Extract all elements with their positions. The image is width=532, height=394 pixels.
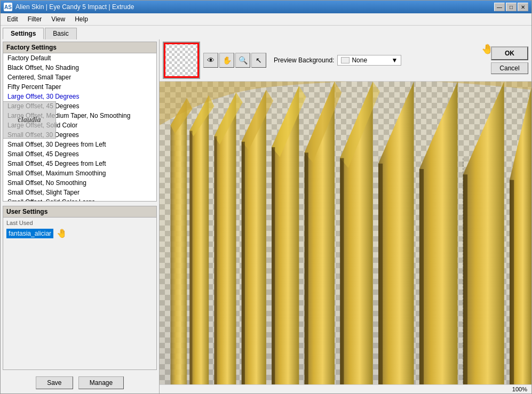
user-settings-section: User Settings Last Used fantasia_aliciar…: [3, 206, 157, 370]
svg-rect-28: [510, 180, 514, 385]
svg-rect-11: [242, 142, 245, 384]
window-title: Alien Skin | Eye Candy 5 Impact | Extrud…: [15, 3, 134, 11]
tool-icons: 👁 ✋ 🔍 ↖: [203, 53, 266, 68]
maximize-button[interactable]: □: [506, 3, 517, 11]
list-item[interactable]: Factory Default: [3, 53, 156, 63]
right-panel: 👁 ✋ 🔍 ↖ Preview Background:: [160, 39, 531, 393]
window-controls[interactable]: — □ ✕: [494, 3, 528, 11]
list-item[interactable]: Small Offset, 45 Degrees: [3, 149, 156, 159]
selected-item-row: fantasia_aliciar 🤚: [6, 228, 153, 238]
svg-rect-5: [189, 131, 192, 384]
ok-hand-icon: 🤚: [481, 43, 493, 55]
extrude-preview-svg: [160, 82, 531, 384]
preview-area: [160, 82, 531, 384]
svg-rect-26: [463, 174, 467, 384]
thumbnail-red-border: [164, 43, 199, 78]
svg-rect-22: [378, 164, 383, 384]
user-settings-header: User Settings: [3, 206, 156, 218]
minimize-button[interactable]: —: [494, 3, 505, 11]
menu-help[interactable]: Help: [70, 14, 92, 24]
preview-canvas: [160, 82, 531, 384]
title-bar: AS Alien Skin | Eye Candy 5 Impact | Ext…: [1, 1, 531, 13]
menu-filter[interactable]: Filter: [23, 14, 46, 24]
list-item[interactable]: Fifty Percent Taper: [3, 82, 156, 92]
zoom-icon: 🔍: [239, 56, 248, 65]
hand-tool-icon: ✋: [223, 56, 232, 65]
preview-bg-select[interactable]: None ▼: [337, 55, 401, 66]
eye-icon: 👁: [207, 56, 215, 65]
save-button[interactable]: Save: [36, 376, 73, 389]
preview-thumbnail: [163, 42, 200, 79]
tab-basic[interactable]: Basic: [45, 28, 76, 39]
manage-button[interactable]: Manage: [78, 376, 124, 389]
close-button[interactable]: ✕: [518, 3, 528, 11]
menu-view[interactable]: View: [47, 14, 69, 24]
list-item[interactable]: Black Offset, No Shading: [3, 63, 156, 73]
menu-bar: Edit Filter View Help: [1, 13, 531, 26]
watermark-thumbnail: claudia: [3, 101, 56, 139]
zoom-tool-button[interactable]: 🔍: [235, 53, 250, 68]
ok-button[interactable]: OK 🤚: [491, 46, 528, 60]
arrow-icon: ↖: [256, 56, 262, 65]
preview-bg-value: None: [352, 57, 367, 64]
list-item[interactable]: Small Offset, Slight Taper: [3, 188, 156, 197]
list-item[interactable]: Centered, Small Taper: [3, 73, 156, 82]
ok-label: OK: [505, 50, 514, 57]
arrow-tool-button[interactable]: ↖: [251, 53, 266, 68]
svg-marker-1: [171, 98, 187, 384]
bottom-buttons: Save Manage: [1, 372, 159, 393]
svg-rect-24: [419, 169, 424, 384]
list-item[interactable]: Small Offset, 45 Degrees from Left: [3, 159, 156, 168]
user-settings-body: Last Used fantasia_aliciar 🤚: [3, 218, 156, 369]
tabs-bar: Settings Basic: [1, 26, 531, 39]
content-area: Factory Settings Factory Default Black O…: [1, 39, 531, 393]
last-used-label: Last Used: [6, 220, 153, 226]
status-bar: 100%: [160, 384, 531, 393]
left-panel: Factory Settings Factory Default Black O…: [1, 39, 160, 393]
top-toolbar: 👁 ✋ 🔍 ↖ Preview Background:: [160, 39, 531, 82]
main-window: AS Alien Skin | Eye Candy 5 Impact | Ext…: [0, 0, 532, 394]
svg-rect-8: [215, 136, 217, 385]
app-icon: AS: [4, 3, 12, 11]
menu-edit[interactable]: Edit: [3, 14, 22, 24]
zoom-level: 100%: [512, 386, 527, 392]
svg-rect-17: [305, 152, 308, 384]
selected-user-setting[interactable]: fantasia_aliciar: [6, 229, 53, 238]
factory-settings-header: Factory Settings: [3, 42, 156, 53]
list-item[interactable]: Small Offset, Maximum Smoothing: [3, 168, 156, 178]
hand-tool-button[interactable]: ✋: [219, 53, 234, 68]
cancel-button[interactable]: Cancel: [491, 62, 528, 74]
hand-pointer-icon: 🤚: [57, 228, 67, 238]
preview-bg-label: Preview Background:: [274, 57, 334, 64]
title-bar-left: AS Alien Skin | Eye Candy 5 Impact | Ext…: [4, 3, 134, 11]
svg-marker-3: [189, 95, 209, 384]
ok-cancel-area: OK 🤚 Cancel: [491, 46, 528, 74]
dropdown-arrow-icon: ▼: [392, 57, 398, 64]
eye-tool-button[interactable]: 👁: [203, 53, 218, 68]
svg-rect-14: [272, 147, 275, 384]
bg-color-swatch: [341, 57, 350, 63]
svg-rect-20: [340, 158, 344, 385]
list-item[interactable]: Large Offset, 30 Degrees: [3, 92, 156, 101]
list-item[interactable]: Small Offset, 30 Degrees from Left: [3, 140, 156, 149]
factory-settings-section: Factory Settings Factory Default Black O…: [3, 42, 157, 202]
tab-settings[interactable]: Settings: [3, 28, 44, 39]
list-item[interactable]: Small Offset, No Smoothing: [3, 178, 156, 188]
list-item[interactable]: Small Offset, Solid Color Large: [3, 197, 156, 201]
